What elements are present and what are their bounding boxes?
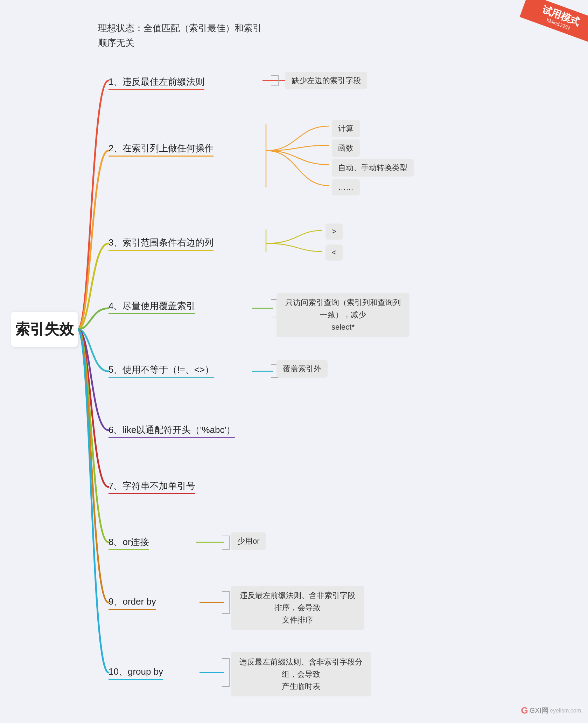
topic-2: 2、在索引列上做任何操作 <box>108 142 214 157</box>
topic-3-label: 3、索引范围条件右边的列 <box>108 236 214 251</box>
topic-10-child-1: 违反最左前缀法则、含非索引字段分组，会导致产生临时表 <box>231 652 371 696</box>
topic-4-label: 4、尽量使用覆盖索引 <box>108 300 195 314</box>
topic-3-child-2: < <box>326 245 343 261</box>
top-note-line1: 理想状态：全值匹配（索引最佳）和索引 <box>98 21 262 36</box>
top-note-line2: 顺序无关 <box>98 36 262 50</box>
top-note: 理想状态：全值匹配（索引最佳）和索引 顺序无关 <box>98 21 262 50</box>
topic-2-child-2: 函数 <box>332 139 360 157</box>
topic-3-child-1: > <box>326 223 343 240</box>
topic-8-child-1: 少用or <box>231 532 266 550</box>
topic-9-label: 9、order by <box>108 595 156 610</box>
topic-2-child-3: 自动、手动转换类型 <box>332 159 414 177</box>
topic-1: 1、违反最佳左前缀法则 <box>108 76 204 90</box>
topic-6: 6、like以通配符开头（'%abc'） <box>108 424 235 438</box>
topic-7: 7、字符串不加单引号 <box>108 480 195 494</box>
trial-badge: 试用模式 XMind:ZEN <box>518 0 588 42</box>
topic-1-child-1: 缺少左边的索引字段 <box>285 72 367 89</box>
topic-4: 4、尽量使用覆盖索引 <box>108 300 195 314</box>
topic-2-label: 2、在索引列上做任何操作 <box>108 142 214 157</box>
topic-3: 3、索引范围条件右边的列 <box>108 236 214 251</box>
topic-9-child-1: 违反最左前缀法则、含非索引字段排序，会导致文件排序 <box>231 586 364 630</box>
topic-4-child-1: 只访问索引查询（索引列和查询列一致），减少select* <box>276 293 410 337</box>
central-node: 索引失效 <box>11 312 78 347</box>
topic-5-label: 5、使用不等于（!=、<>） <box>108 364 214 378</box>
topic-5-child-1: 覆盖索引外 <box>276 360 328 378</box>
topic-7-label: 7、字符串不加单引号 <box>108 480 195 494</box>
topic-2-child-4: …… <box>332 179 360 195</box>
topic-8-label: 8、or连接 <box>108 536 149 550</box>
topic-6-label: 6、like以通配符开头（'%abc'） <box>108 424 235 438</box>
topic-2-child-1: 计算 <box>332 120 360 137</box>
topic-8: 8、or连接 <box>108 536 149 550</box>
topic-9: 9、order by <box>108 595 156 610</box>
topic-5: 5、使用不等于（!=、<>） <box>108 364 214 378</box>
central-node-label: 索引失效 <box>15 319 74 339</box>
topic-1-label: 1、违反最佳左前缀法则 <box>108 76 204 90</box>
topic-10: 10、group by <box>108 666 163 680</box>
topic-10-label: 10、group by <box>108 666 163 680</box>
